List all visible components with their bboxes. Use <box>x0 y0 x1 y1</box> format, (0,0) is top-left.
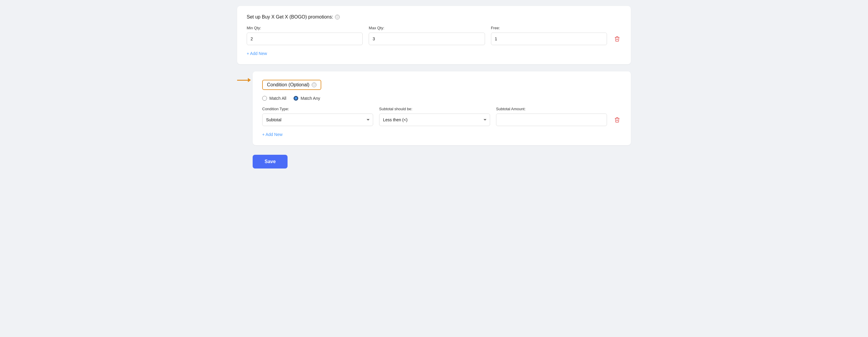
subtotal-amount-input[interactable] <box>496 114 607 126</box>
save-button-label: Save <box>265 159 276 164</box>
free-group: Free: <box>491 26 607 45</box>
condition-delete-button[interactable] <box>613 114 621 126</box>
condition-type-label: Condition Type: <box>262 107 373 111</box>
subtotal-should-be-select[interactable]: Less then (<) Greater then (>) Equal to … <box>379 114 490 126</box>
condition-title-text: Condition (Optional) <box>267 82 309 87</box>
subtotal-amount-group: Subtotal Amount: <box>496 107 607 126</box>
max-qty-input[interactable] <box>369 33 485 45</box>
bogo-add-new-button[interactable]: + Add New <box>247 51 267 56</box>
subtotal-amount-label: Subtotal Amount: <box>496 107 607 111</box>
footer-section: Save <box>253 152 631 169</box>
bogo-title-text: Set up Buy X Get X (BOGO) promotions: <box>247 15 333 20</box>
max-qty-group: Max Qty: <box>369 26 485 45</box>
bogo-delete-button[interactable] <box>613 33 621 45</box>
max-qty-label: Max Qty: <box>369 26 485 30</box>
condition-type-group: Condition Type: Subtotal Quantity Weight <box>262 107 373 126</box>
bogo-card: Set up Buy X Get X (BOGO) promotions: ⓘ … <box>237 6 631 64</box>
save-button[interactable]: Save <box>253 155 287 169</box>
subtotal-should-be-select-wrapper: Less then (<) Greater then (>) Equal to … <box>379 114 490 126</box>
condition-card: Condition (Optional) ⓘ Match All Match A… <box>253 72 631 145</box>
condition-title-box: Condition (Optional) ⓘ <box>262 80 321 90</box>
match-radio-group: Match All Match Any <box>262 96 621 101</box>
match-any-text: Match Any <box>301 96 320 101</box>
match-all-label[interactable]: Match All <box>262 96 286 101</box>
arrow-line <box>237 80 248 81</box>
condition-arrow <box>237 78 251 82</box>
condition-wrapper: Condition (Optional) ⓘ Match All Match A… <box>253 72 631 145</box>
bogo-info-icon: ⓘ <box>335 15 340 20</box>
match-all-radio[interactable] <box>262 96 267 101</box>
condition-type-select[interactable]: Subtotal Quantity Weight <box>262 114 373 126</box>
match-any-radio[interactable] <box>293 96 298 101</box>
min-qty-group: Min Qty: <box>247 26 363 45</box>
condition-type-select-wrapper: Subtotal Quantity Weight <box>262 114 373 126</box>
condition-info-icon: ⓘ <box>312 82 316 87</box>
subtotal-should-be-label: Subtotal should be: <box>379 107 490 111</box>
min-qty-label: Min Qty: <box>247 26 363 30</box>
bogo-fields-row: Min Qty: Max Qty: Free: <box>247 26 621 45</box>
free-label: Free: <box>491 26 607 30</box>
page-container: Set up Buy X Get X (BOGO) promotions: ⓘ … <box>237 6 631 169</box>
match-any-label[interactable]: Match Any <box>293 96 320 101</box>
condition-add-new-button[interactable]: + Add New <box>262 132 282 137</box>
free-input[interactable] <box>491 33 607 45</box>
trash-icon <box>614 36 620 42</box>
subtotal-should-be-group: Subtotal should be: Less then (<) Greate… <box>379 107 490 126</box>
condition-trash-icon <box>614 117 620 123</box>
bogo-add-new-label: + Add New <box>247 51 267 56</box>
min-qty-input[interactable] <box>247 33 363 45</box>
condition-add-new-label: + Add New <box>262 132 282 137</box>
condition-fields-row: Condition Type: Subtotal Quantity Weight… <box>262 107 621 126</box>
arrow-head <box>248 78 251 82</box>
match-all-text: Match All <box>269 96 286 101</box>
bogo-section-title: Set up Buy X Get X (BOGO) promotions: ⓘ <box>247 15 621 20</box>
